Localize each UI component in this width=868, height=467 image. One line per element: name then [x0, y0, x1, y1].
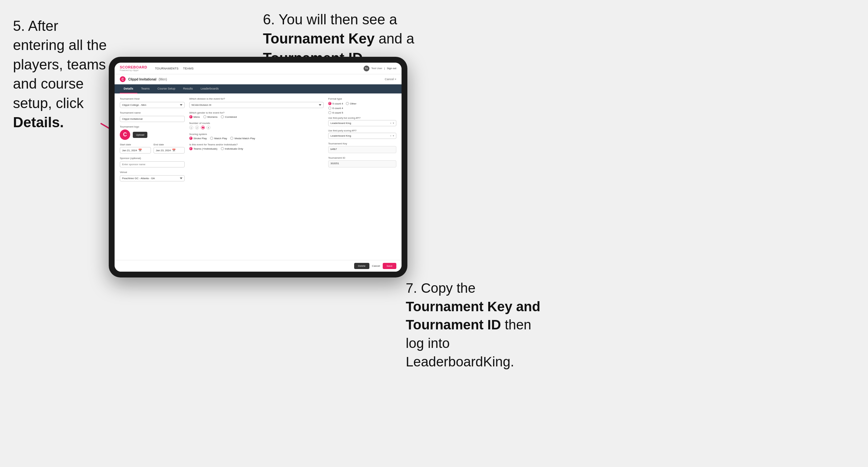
- end-date-value: Jan 23, 2024: [156, 149, 171, 152]
- gender-womens-radio[interactable]: [203, 115, 207, 119]
- gender-label: Which gender is the event for?: [189, 111, 323, 114]
- format-other-radio[interactable]: [346, 102, 349, 105]
- tab-teams[interactable]: Teams: [137, 84, 154, 93]
- start-date-value: Jan 21, 2024: [122, 149, 137, 152]
- scoring-label: Scoring system: [189, 133, 323, 136]
- format-6count5-label: 6 count 5: [332, 111, 343, 114]
- api1-select[interactable]: Leaderboard King × ▾: [328, 120, 396, 126]
- cancel-button-header[interactable]: Cancel ×: [385, 77, 396, 81]
- scoring-medal-radio[interactable]: [230, 136, 234, 140]
- gender-mens[interactable]: Mens: [189, 115, 200, 119]
- tournament-c-logo: C: [120, 76, 126, 82]
- start-date-input[interactable]: Jan 21, 2024 📅: [120, 147, 151, 154]
- tournament-key-group: Tournament Key b4fb7: [328, 142, 396, 153]
- save-button[interactable]: Save: [383, 263, 396, 269]
- format-options-row: 5 count 4 Other: [328, 102, 396, 105]
- format-other[interactable]: Other: [346, 102, 356, 105]
- api2-clear-icon[interactable]: ×: [390, 134, 392, 137]
- teams-group: Is this event for Teams and/or Individua…: [189, 143, 323, 150]
- venue-group: Venue Peachtree GC - Atlanta - GA: [120, 171, 185, 181]
- round-2[interactable]: 2: [195, 126, 199, 129]
- cancel-button[interactable]: Cancel: [372, 264, 380, 268]
- format-5count4-radio[interactable]: [328, 102, 332, 105]
- end-date-group: End date Jan 23, 2024 📅: [154, 143, 185, 154]
- right-column: Format type 5 count 4 Other: [328, 97, 396, 256]
- scoring-stroke-radio[interactable]: [189, 136, 192, 140]
- sponsor-label: Sponsor (optional): [120, 157, 185, 160]
- round-3-radio[interactable]: [201, 126, 205, 129]
- start-date-label: Start date: [120, 143, 151, 146]
- gender-combined-radio[interactable]: [221, 115, 224, 119]
- tab-leaderboards[interactable]: Leaderboards: [197, 84, 223, 93]
- api1-clear-icon[interactable]: ×: [390, 122, 392, 125]
- format-6count4-radio[interactable]: [328, 106, 332, 110]
- format-5count4[interactable]: 5 count 4: [328, 102, 343, 105]
- header-right: TU Test User | Sign out: [364, 66, 396, 71]
- api1-value: Leaderboard King: [331, 122, 389, 125]
- division-select[interactable]: NCAA Division III: [189, 102, 323, 108]
- round-1-radio[interactable]: 1: [189, 126, 193, 129]
- tournament-name-input[interactable]: [120, 116, 185, 122]
- api2-value: Leaderboard King: [331, 134, 389, 137]
- individuals-label: Individuals Only: [225, 147, 243, 150]
- rounds-radio-group: 1 2 3 4: [189, 126, 323, 129]
- user-name: Test User: [371, 67, 382, 70]
- left-column: Tournament Host Clippd College - Men Tou…: [120, 97, 185, 256]
- api1-chevron-icon: ▾: [393, 122, 394, 125]
- tournament-logo-group: Tournament logo C Upload: [120, 125, 185, 140]
- venue-select[interactable]: Peachtree GC - Atlanta - GA: [120, 175, 185, 181]
- scoring-match-play[interactable]: Match Play: [210, 136, 227, 140]
- calendar-icon-end: 📅: [172, 149, 176, 152]
- sign-out-link[interactable]: Sign out: [387, 67, 396, 70]
- nav-tournaments[interactable]: TOURNAMENTS: [155, 67, 179, 70]
- scoring-medal-match[interactable]: Medal Match Play: [230, 136, 255, 140]
- middle-column: Which division is the event for? NCAA Di…: [189, 97, 323, 256]
- delete-button[interactable]: Delete: [354, 263, 369, 269]
- tab-results[interactable]: Results: [179, 84, 197, 93]
- end-date-label: End date: [154, 143, 185, 146]
- gender-combined[interactable]: Combined: [221, 115, 237, 119]
- logo-upload-row: C Upload: [120, 129, 185, 140]
- scoring-stroke-play[interactable]: Stroke Play: [189, 136, 207, 140]
- tab-course-setup[interactable]: Course Setup: [154, 84, 179, 93]
- gender-mens-radio[interactable]: [189, 115, 192, 119]
- round-1[interactable]: 1: [189, 126, 193, 129]
- format-6count5-radio[interactable]: [328, 111, 332, 114]
- scoring-match-radio[interactable]: [210, 136, 213, 140]
- teams-plus-label: Teams (+Individuals): [193, 147, 217, 150]
- division-group: Which division is the event for? NCAA Di…: [189, 97, 323, 108]
- brand-sub: Powered by clippd: [120, 69, 147, 71]
- end-date-input[interactable]: Jan 23, 2024 📅: [154, 147, 185, 154]
- format-6count5[interactable]: 6 count 5: [328, 111, 343, 114]
- upload-button[interactable]: Upload: [133, 132, 147, 138]
- individuals-radio[interactable]: [221, 147, 224, 150]
- tournament-key-value: b4fb7: [328, 146, 396, 153]
- tablet-screen: SCOREBOARD Powered by clippd TOURNAMENTS…: [115, 63, 402, 272]
- teams-radio[interactable]: [189, 147, 192, 150]
- api2-group: Use third-party scoring API? Leaderboard…: [328, 129, 396, 139]
- nav-teams[interactable]: TEAMS: [183, 67, 194, 70]
- teams-plus-individuals[interactable]: Teams (+Individuals): [189, 147, 217, 150]
- rounds-label: Number of rounds: [189, 122, 323, 125]
- tournament-host-group: Tournament Host Clippd College - Men: [120, 97, 185, 108]
- rounds-group: Number of rounds 1 2 3: [189, 122, 323, 129]
- division-label: Which division is the event for?: [189, 97, 323, 100]
- start-date-group: Start date Jan 21, 2024 📅: [120, 143, 151, 154]
- individuals-only[interactable]: Individuals Only: [221, 147, 243, 150]
- teams-label: Is this event for Teams and/or Individua…: [189, 143, 323, 146]
- format-6count4[interactable]: 6 count 4: [328, 106, 343, 110]
- scoring-stroke-label: Stroke Play: [193, 137, 207, 140]
- annotation-left: 5. After entering all the players, teams…: [13, 16, 111, 132]
- round-4-radio[interactable]: 4: [207, 126, 210, 129]
- teams-radio-group: Teams (+Individuals) Individuals Only: [189, 147, 323, 150]
- gender-womens[interactable]: Womens: [203, 115, 217, 119]
- round-2-radio[interactable]: 2: [195, 126, 199, 129]
- format-row-3: 6 count 5: [328, 111, 396, 114]
- round-4[interactable]: 4: [207, 126, 210, 129]
- round-3[interactable]: 3: [201, 126, 205, 129]
- tournament-title-row: C Clippd Invitational (Men): [120, 76, 167, 82]
- sponsor-input[interactable]: [120, 161, 185, 167]
- api2-select[interactable]: Leaderboard King × ▾: [328, 133, 396, 139]
- tournament-host-select[interactable]: Clippd College - Men: [120, 102, 185, 108]
- tab-details[interactable]: Details: [120, 84, 137, 93]
